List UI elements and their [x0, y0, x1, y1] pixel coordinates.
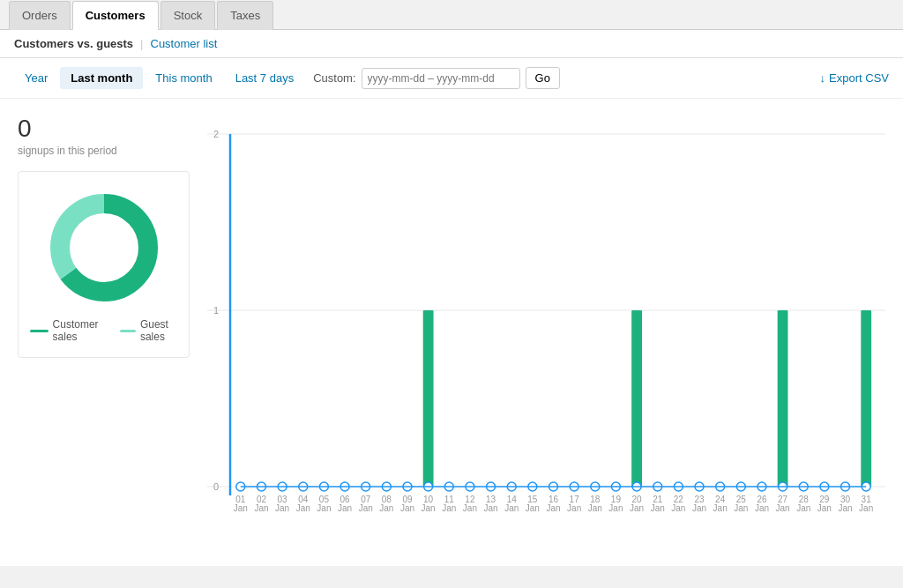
tab-customers[interactable]: Customers — [72, 1, 159, 30]
bar-chart-svg: 2 1 0 01Jan02Jan03Jan04Jan05Jan06Jan07Ja… — [207, 116, 885, 540]
svg-text:Jan: Jan — [234, 503, 248, 513]
svg-text:Jan: Jan — [463, 503, 477, 513]
svg-text:Jan: Jan — [504, 503, 519, 513]
svg-text:Jan: Jan — [422, 503, 436, 513]
tab-year[interactable]: Year — [14, 67, 58, 89]
chart-wrapper: 2 1 0 01Jan02Jan03Jan04Jan05Jan06Jan07Ja… — [207, 116, 885, 557]
svg-text:Jan: Jan — [838, 503, 852, 513]
svg-text:Jan: Jan — [546, 503, 560, 513]
right-chart: 2 1 0 01Jan02Jan03Jan04Jan05Jan06Jan07Ja… — [198, 108, 894, 557]
page-header: Customers vs. guests | Customer list — [0, 30, 903, 58]
svg-text:Jan: Jan — [859, 503, 873, 513]
signups-count: 0 — [18, 116, 190, 141]
svg-text:Jan: Jan — [526, 503, 540, 513]
svg-text:Jan: Jan — [796, 503, 810, 513]
legend-guest-color — [120, 330, 136, 332]
header-separator: | — [140, 37, 143, 50]
svg-text:Jan: Jan — [671, 503, 685, 513]
svg-text:Jan: Jan — [588, 503, 602, 513]
svg-text:Jan: Jan — [296, 503, 310, 513]
tab-orders[interactable]: Orders — [9, 1, 71, 30]
export-label: Export CSV — [829, 71, 889, 85]
tab-last-month[interactable]: Last month — [60, 67, 143, 89]
signups-label: signups in this period — [18, 145, 190, 157]
custom-range-input[interactable] — [362, 68, 520, 89]
top-nav: Orders Customers Stock Taxes — [0, 0, 903, 30]
page-title: Customers vs. guests — [14, 37, 133, 50]
svg-text:Jan: Jan — [379, 503, 393, 513]
chart-section: 0 signups in this period Customer sales — [0, 99, 903, 566]
donut-chart-container: Customer sales Guest sales — [18, 171, 190, 358]
svg-text:Jan: Jan — [484, 503, 498, 513]
legend-guest-sales: Guest sales — [120, 318, 177, 343]
svg-text:Jan: Jan — [651, 503, 665, 513]
go-button[interactable]: Go — [526, 67, 560, 89]
svg-text:2: 2 — [213, 129, 219, 139]
svg-text:Jan: Jan — [755, 503, 769, 513]
svg-text:Jan: Jan — [817, 503, 832, 513]
svg-text:Jan: Jan — [630, 503, 644, 513]
svg-text:Jan: Jan — [608, 503, 623, 513]
svg-text:Jan: Jan — [442, 503, 456, 513]
donut-chart-svg — [42, 186, 166, 309]
svg-text:Jan: Jan — [776, 503, 790, 513]
svg-point-2 — [72, 216, 136, 279]
svg-text:Jan: Jan — [254, 503, 268, 513]
svg-text:Jan: Jan — [734, 503, 748, 513]
donut-legend: Customer sales Guest sales — [30, 318, 176, 343]
svg-text:Jan: Jan — [692, 503, 706, 513]
svg-text:Jan: Jan — [359, 503, 373, 513]
svg-rect-10 — [423, 310, 434, 487]
svg-rect-13 — [861, 310, 871, 487]
tab-this-month[interactable]: This month — [145, 67, 222, 89]
left-panel: 0 signups in this period Customer sales — [9, 108, 198, 557]
tab-last-7-days[interactable]: Last 7 days — [225, 67, 305, 89]
legend-customer-color — [30, 330, 48, 332]
customer-list-link[interactable]: Customer list — [151, 37, 218, 50]
legend-customer-label: Customer sales — [53, 318, 106, 343]
export-csv-button[interactable]: ↓ Export CSV — [820, 71, 889, 85]
custom-range-label: Custom: — [313, 71, 355, 85]
legend-guest-label: Guest sales — [140, 318, 177, 343]
svg-text:0: 0 — [213, 481, 219, 492]
svg-text:Jan: Jan — [338, 503, 352, 513]
main-content: Year Last month This month Last 7 days C… — [0, 58, 903, 566]
svg-text:Jan: Jan — [317, 503, 331, 513]
custom-range: Custom: Go — [313, 67, 560, 89]
svg-text:Jan: Jan — [400, 503, 414, 513]
tab-stock[interactable]: Stock — [160, 1, 216, 30]
export-icon: ↓ — [820, 71, 826, 85]
svg-text:Jan: Jan — [275, 503, 289, 513]
svg-text:Jan: Jan — [567, 503, 581, 513]
legend-customer-sales: Customer sales — [30, 318, 105, 343]
svg-rect-12 — [778, 310, 788, 487]
tab-taxes[interactable]: Taxes — [217, 1, 273, 30]
svg-text:Jan: Jan — [713, 503, 728, 513]
svg-text:1: 1 — [213, 305, 219, 316]
svg-rect-11 — [631, 310, 642, 487]
period-tabs-bar: Year Last month This month Last 7 days C… — [0, 58, 903, 99]
